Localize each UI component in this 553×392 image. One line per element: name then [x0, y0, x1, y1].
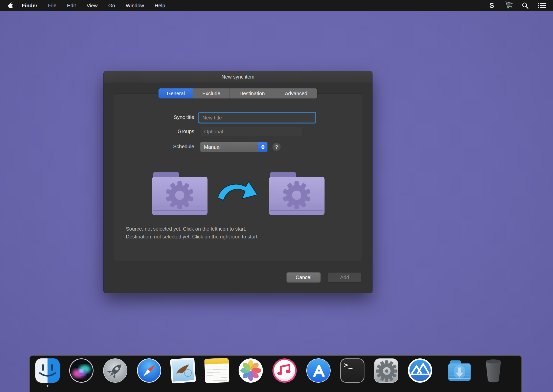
- app-store-a-icon: [307, 359, 331, 383]
- menu-item-window[interactable]: Window: [126, 3, 144, 9]
- dock-notes[interactable]: [205, 358, 229, 383]
- flower-icon: [239, 358, 263, 383]
- groups-label: Groups:: [132, 129, 196, 134]
- dock-app-store[interactable]: [306, 358, 331, 383]
- sync-app-menu-icon[interactable]: S: [487, 1, 496, 10]
- siri-wave-icon: [70, 359, 93, 382]
- rocket-icon: [104, 359, 127, 382]
- dock-finder[interactable]: [35, 358, 60, 383]
- dock-downloads-folder[interactable]: [447, 358, 472, 383]
- help-button[interactable]: ?: [272, 143, 281, 151]
- mountains-icon: [409, 360, 431, 381]
- dock-siri[interactable]: [69, 358, 94, 383]
- add-button[interactable]: Add: [328, 272, 362, 283]
- tab-destination[interactable]: Destination: [229, 88, 275, 99]
- schedule-popup[interactable]: Manual: [200, 142, 268, 152]
- menu-item-help[interactable]: Help: [155, 3, 165, 9]
- dock-terminal[interactable]: >_: [340, 358, 364, 383]
- tab-bar: General Exclude Destination Advanced: [158, 88, 317, 99]
- finder-running-indicator: [47, 385, 49, 387]
- destination-status-line: Destination: not selected yet. Click on …: [126, 233, 259, 241]
- general-tab-panel: Sync title: Groups: Schedule: Manual ?: [114, 93, 362, 261]
- eagle-stamp-icon: [172, 359, 194, 382]
- groups-input[interactable]: [201, 127, 302, 136]
- dialog-title: New sync item: [221, 74, 254, 80]
- dock-sync-folders-app[interactable]: [408, 358, 432, 383]
- music-note-icon: [274, 360, 295, 381]
- dock-divider: [440, 358, 440, 383]
- sync-title-label: Sync title:: [132, 114, 196, 120]
- pointer-tool-icon[interactable]: [504, 1, 513, 10]
- finder-face-icon: [35, 358, 60, 383]
- schedule-selected-value: Manual: [200, 144, 258, 150]
- menu-item-go[interactable]: Go: [108, 3, 115, 9]
- terminal-prompt-glyph: >_: [344, 361, 353, 369]
- gear-glyph: [165, 180, 195, 210]
- menu-item-view[interactable]: View: [87, 3, 98, 9]
- destination-folder-icon[interactable]: [269, 172, 325, 215]
- popup-stepper-icon: [258, 142, 267, 152]
- menu-item-finder[interactable]: Finder: [22, 3, 37, 9]
- preferences-gear-icon: [375, 359, 398, 383]
- trash-can-icon: [481, 358, 505, 383]
- gear-glyph: [282, 180, 312, 210]
- source-folder-icon[interactable]: [152, 172, 208, 215]
- dock-photos[interactable]: [239, 358, 263, 383]
- tab-general[interactable]: General: [158, 88, 193, 99]
- cancel-button[interactable]: Cancel: [286, 272, 321, 283]
- status-text: Source: not selected yet. Click on the l…: [126, 225, 259, 241]
- menu-item-file[interactable]: File: [48, 3, 56, 9]
- dock-safari[interactable]: [137, 358, 161, 383]
- sync-arrow-icon: [216, 180, 261, 206]
- list-menu-icon[interactable]: [537, 1, 546, 10]
- sync-title-input[interactable]: [199, 113, 315, 122]
- compass-needle-icon: [138, 359, 160, 382]
- download-arrow-icon: [447, 361, 472, 383]
- menu-item-edit[interactable]: Edit: [67, 3, 76, 9]
- dock-trash[interactable]: [481, 358, 505, 383]
- dock-music[interactable]: [272, 358, 297, 383]
- dialog-titlebar[interactable]: New sync item: [104, 71, 372, 83]
- dock-system-preferences[interactable]: [374, 358, 398, 383]
- tab-advanced[interactable]: Advanced: [275, 88, 317, 99]
- new-sync-item-dialog: New sync item General Exclude Destinatio…: [104, 71, 372, 293]
- spotlight-search-icon[interactable]: [521, 1, 530, 10]
- menu-bar: Finder File Edit View Go Window Help S: [0, 0, 553, 11]
- dock-mail[interactable]: [171, 358, 195, 383]
- schedule-label: Schedule:: [132, 144, 196, 150]
- dock: >_: [29, 355, 522, 392]
- apple-menu-icon[interactable]: [7, 2, 14, 9]
- dock-launchpad[interactable]: [103, 358, 127, 383]
- source-status-line: Source: not selected yet. Click on the l…: [126, 225, 259, 233]
- tab-exclude[interactable]: Exclude: [193, 88, 229, 99]
- desktop: { "menu_bar": { "active_app": "Finder", …: [0, 0, 553, 392]
